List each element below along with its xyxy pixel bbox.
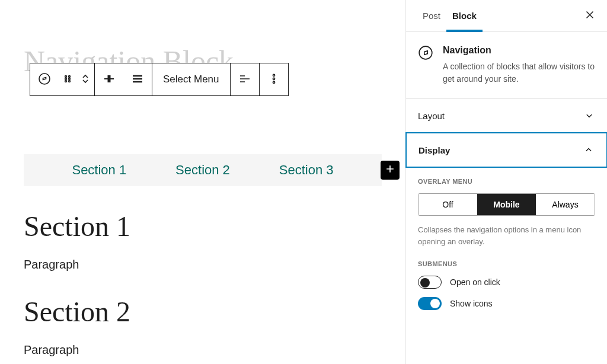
svg-point-9	[273, 81, 274, 83]
overlay-off-button[interactable]: Off	[418, 194, 477, 215]
svg-point-2	[69, 75, 71, 77]
show-icons-row: Show icons	[418, 297, 595, 310]
submenus-label: SUBMENUS	[418, 260, 595, 267]
close-icon	[583, 14, 596, 23]
toggle-label: Open on click	[450, 277, 500, 287]
block-description: A collection of blocks that allow visito…	[443, 60, 595, 85]
svg-point-4	[69, 78, 71, 79]
compass-icon	[418, 45, 433, 60]
select-menu-button[interactable]: Select Menu	[152, 63, 230, 95]
heading-block[interactable]: Section 1	[24, 210, 382, 242]
chevron-up-down-icon	[78, 72, 92, 88]
block-info-card: Navigation A collection of blocks that a…	[406, 32, 607, 99]
navigation-block[interactable]: Section 1 Section 2 Section 3	[24, 154, 382, 186]
block-title: Navigation	[443, 45, 595, 56]
plus-icon	[384, 163, 396, 177]
paragraph-block[interactable]: Paragraph	[24, 343, 382, 357]
paragraph-block[interactable]: Paragraph	[24, 258, 382, 272]
align-button[interactable]	[95, 63, 123, 95]
drag-handle-button[interactable]	[59, 63, 76, 95]
more-options-button[interactable]	[260, 63, 288, 95]
overlay-menu-label: OVERLAY MENU	[418, 178, 595, 185]
display-panel-body: OVERLAY MENU Off Mobile Always Collapses…	[406, 167, 607, 324]
panel-display[interactable]: Display	[405, 132, 607, 168]
tab-block[interactable]: Block	[446, 0, 483, 32]
nav-item[interactable]: Section 1	[72, 162, 126, 178]
show-icons-toggle[interactable]	[418, 297, 442, 310]
tab-post[interactable]: Post	[417, 0, 446, 32]
editor-canvas: Navigation Block	[0, 0, 405, 364]
open-on-click-toggle[interactable]	[418, 276, 442, 289]
svg-point-5	[65, 80, 67, 82]
overlay-help-text: Collapses the navigation options in a me…	[418, 224, 595, 247]
toggle-label: Show icons	[450, 299, 493, 308]
heading-block[interactable]: Section 2	[24, 295, 382, 328]
overlay-always-button[interactable]: Always	[536, 194, 595, 215]
svg-point-1	[65, 75, 67, 77]
svg-point-6	[69, 80, 71, 82]
chevron-down-icon	[583, 110, 595, 122]
chevron-up-icon	[583, 144, 595, 156]
panel-label: Layout	[418, 111, 445, 121]
svg-point-10	[419, 46, 432, 59]
open-on-click-row: Open on click	[418, 276, 595, 289]
nav-item[interactable]: Section 2	[175, 162, 230, 178]
drag-handle-icon	[60, 72, 75, 88]
svg-point-7	[273, 74, 274, 76]
align-center-icon	[102, 72, 116, 88]
compass-icon	[37, 72, 52, 88]
indent-icon	[238, 72, 252, 88]
overlay-menu-segmented: Off Mobile Always	[418, 193, 595, 216]
nav-item[interactable]: Section 3	[279, 162, 334, 178]
more-vertical-icon	[267, 72, 281, 88]
move-block-button[interactable]	[76, 63, 94, 95]
add-block-button[interactable]	[381, 161, 400, 180]
panel-layout[interactable]: Layout	[406, 99, 607, 133]
sidebar-tabs: Post Block	[406, 0, 607, 32]
settings-sidebar: Post Block Navigation A collection of bl…	[405, 0, 607, 364]
justify-icon	[130, 72, 145, 88]
justify-button[interactable]	[123, 63, 152, 95]
text-align-button[interactable]	[231, 63, 259, 95]
block-type-button[interactable]	[30, 63, 59, 95]
panel-label: Display	[418, 145, 450, 155]
svg-point-3	[65, 78, 67, 79]
svg-point-8	[273, 78, 274, 79]
close-sidebar-button[interactable]	[583, 8, 596, 23]
overlay-mobile-button[interactable]: Mobile	[477, 194, 536, 215]
block-toolbar: Select Menu	[30, 63, 289, 96]
